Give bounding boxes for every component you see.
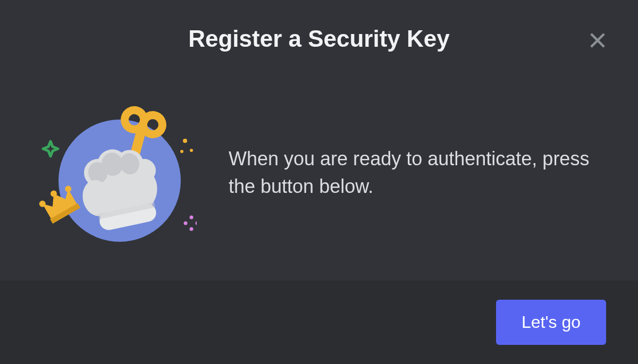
modal-description: When you are ready to authenticate, pres…: [229, 145, 606, 200]
svg-point-24: [184, 222, 188, 225]
svg-point-3: [180, 150, 183, 153]
modal-header: Register a Security Key: [0, 0, 638, 65]
svg-point-2: [190, 149, 193, 152]
svg-point-1: [183, 139, 187, 143]
lets-go-button[interactable]: Let's go: [496, 300, 606, 345]
close-icon: [587, 30, 608, 51]
security-key-illustration: [32, 98, 197, 247]
register-security-key-modal: Register a Security Key: [0, 0, 638, 364]
svg-point-22: [190, 216, 194, 219]
modal-footer: Let's go: [0, 281, 638, 364]
close-button[interactable]: [585, 28, 610, 53]
svg-point-23: [190, 227, 194, 231]
modal-body: When you are ready to authenticate, pres…: [0, 65, 638, 281]
svg-point-25: [196, 222, 197, 225]
modal-title: Register a Security Key: [32, 26, 606, 52]
